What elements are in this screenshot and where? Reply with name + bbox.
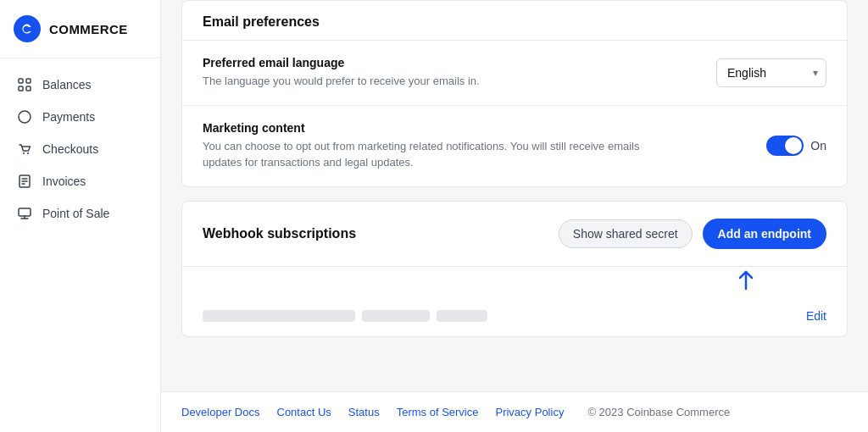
lang-pref-row: Preferred email language The language yo… <box>182 41 847 106</box>
lang-dropdown-wrapper: English <box>716 58 826 87</box>
add-endpoint-button[interactable]: Add an endpoint <box>703 219 826 249</box>
email-prefs-header: Email preferences <box>182 1 847 41</box>
webhook-url-placeholder <box>203 310 487 322</box>
marketing-label: Marketing content <box>203 121 643 135</box>
lang-pref-info: Preferred email language The language yo… <box>203 56 480 90</box>
checkouts-icon <box>17 141 32 157</box>
svg-rect-12 <box>19 208 31 216</box>
marketing-toggle-container: On <box>766 136 826 156</box>
brand-name: COMMERCE <box>49 22 128 36</box>
lang-pref-label: Preferred email language <box>203 56 480 69</box>
toggle-label: On <box>810 139 826 152</box>
marketing-row: Marketing content You can choose to opt … <box>182 106 847 186</box>
footer-developer-docs[interactable]: Developer Docs <box>181 406 260 418</box>
email-prefs-card: Email preferences Preferred email langua… <box>181 0 848 187</box>
edit-link[interactable]: Edit <box>806 309 826 323</box>
lang-pref-desc: The language you would prefer to receive… <box>203 73 480 90</box>
svg-rect-2 <box>26 79 31 83</box>
webhook-title: Webhook subscriptions <box>203 226 356 241</box>
webhook-card: Webhook subscriptions Show shared secret… <box>181 201 848 337</box>
footer-contact-us[interactable]: Contact Us <box>277 406 331 418</box>
placeholder-block-3 <box>437 310 487 322</box>
svg-point-0 <box>19 21 35 36</box>
sidebar-item-point-of-sale[interactable]: Point of Sale <box>0 197 160 230</box>
lang-select-wrapper[interactable]: English <box>716 58 826 87</box>
sidebar-item-invoices[interactable]: Invoices <box>0 165 160 197</box>
marketing-desc: You can choose to opt out from marketing… <box>203 138 643 171</box>
marketing-info: Marketing content You can choose to opt … <box>203 121 643 171</box>
main-content: Email preferences Preferred email langua… <box>161 0 868 432</box>
show-secret-button[interactable]: Show shared secret <box>559 219 693 248</box>
payments-label: Payments <box>42 110 95 124</box>
arrow-annotation <box>182 267 847 296</box>
sidebar-item-balances[interactable]: Balances <box>0 69 160 101</box>
svg-point-5 <box>19 111 31 123</box>
lang-select[interactable]: English <box>716 58 826 87</box>
webhook-header: Webhook subscriptions Show shared secret… <box>182 202 847 267</box>
footer: Developer Docs Contact Us Status Terms o… <box>161 391 868 432</box>
balances-icon <box>17 77 32 92</box>
webhook-actions: Show shared secret Add an endpoint <box>559 219 826 249</box>
svg-point-6 <box>23 152 25 154</box>
footer-privacy[interactable]: Privacy Policy <box>495 406 564 418</box>
logo-area: COMMERCE <box>0 0 160 58</box>
svg-point-7 <box>27 152 29 154</box>
svg-rect-1 <box>19 79 23 83</box>
point-of-sale-label: Point of Sale <box>42 207 109 220</box>
sidebar-item-checkouts[interactable]: Checkouts <box>0 133 160 165</box>
sidebar: COMMERCE Balances Payments <box>0 0 161 432</box>
svg-rect-3 <box>19 86 23 91</box>
sidebar-nav: Balances Payments Checkouts <box>0 58 160 432</box>
placeholder-block-1 <box>203 310 355 322</box>
webhook-endpoint-row: Edit <box>182 296 847 336</box>
sidebar-item-payments[interactable]: Payments <box>0 101 160 133</box>
checkouts-label: Checkouts <box>42 142 98 156</box>
marketing-toggle[interactable] <box>766 136 804 156</box>
footer-terms[interactable]: Terms of Service <box>397 406 479 418</box>
placeholder-block-2 <box>362 310 430 322</box>
invoices-label: Invoices <box>42 174 86 188</box>
point-of-sale-icon <box>17 206 32 221</box>
balances-label: Balances <box>42 78 92 91</box>
toggle-knob <box>785 137 802 154</box>
invoices-icon <box>17 174 32 189</box>
footer-copyright: © 2023 Coinbase Commerce <box>587 406 730 418</box>
payments-icon <box>17 109 32 125</box>
logo-icon <box>14 15 41 42</box>
arrow-icon <box>733 267 759 291</box>
footer-status[interactable]: Status <box>348 406 380 418</box>
email-prefs-title: Email preferences <box>203 14 826 30</box>
svg-rect-4 <box>26 86 31 91</box>
content-area: Email preferences Preferred email langua… <box>161 0 868 391</box>
